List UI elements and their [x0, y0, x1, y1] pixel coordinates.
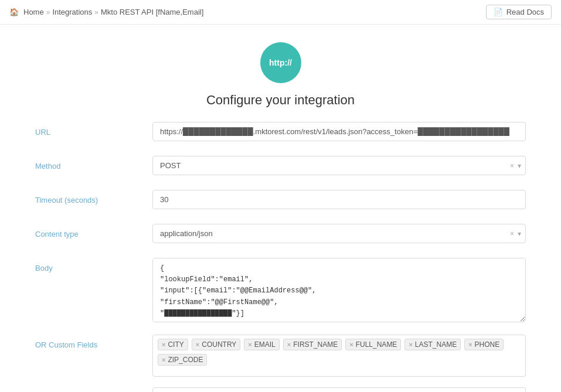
content-type-select[interactable]: application/json application/x-www-form-…: [152, 224, 526, 243]
body-row: Body { "lookupField":"email", "input":[{…: [35, 258, 526, 324]
tag-remove-btn[interactable]: ×: [162, 356, 165, 363]
success-row: Success Patterns: [35, 387, 526, 392]
content-type-chevron-icon: ▾: [518, 230, 521, 238]
list-item: ×CITY: [158, 339, 188, 350]
list-item: ×ZIP_CODE: [158, 354, 207, 366]
chevron-down-icon: ▾: [518, 162, 521, 170]
list-item: ×EMAIL: [244, 339, 279, 350]
read-docs-button[interactable]: 📄 Read Docs: [486, 5, 552, 19]
method-control: POST GET PUT DELETE × ▾: [152, 156, 526, 175]
custom-fields-row: OR Custom Fields ×CITY×COUNTRY×EMAIL×FIR…: [35, 335, 526, 377]
body-textarea[interactable]: { "lookupField":"email", "input":[{"emai…: [152, 258, 526, 322]
body-control: { "lookupField":"email", "input":[{"emai…: [152, 258, 526, 324]
read-docs-label: Read Docs: [506, 8, 544, 16]
list-item: ×FIRST_NAME: [283, 339, 342, 350]
method-row: Method POST GET PUT DELETE × ▾: [35, 156, 526, 179]
topbar: 🏠 Home » Integrations » Mkto REST API [f…: [0, 0, 561, 25]
url-control: [152, 122, 526, 141]
custom-fields-control: ×CITY×COUNTRY×EMAIL×FIRST_NAME×FULL_NAME…: [152, 335, 526, 377]
breadcrumb-home[interactable]: Home: [23, 8, 44, 16]
list-item: ×COUNTRY: [192, 339, 241, 350]
main-content: http:// Configure your integration URL M…: [0, 25, 561, 392]
url-row: URL: [35, 122, 526, 145]
method-clear-btn[interactable]: ×: [510, 162, 514, 170]
success-control: [152, 387, 526, 392]
content-type-clear-btn[interactable]: ×: [510, 230, 514, 238]
timeout-control: [152, 190, 526, 209]
timeout-label: Timeout (seconds): [35, 190, 152, 204]
tags-field[interactable]: ×CITY×COUNTRY×EMAIL×FIRST_NAME×FULL_NAME…: [152, 335, 526, 377]
page-title: Configure your integration: [206, 93, 355, 108]
tag-remove-btn[interactable]: ×: [248, 341, 251, 348]
breadcrumb: 🏠 Home » Integrations » Mkto REST API [f…: [9, 8, 203, 16]
book-icon: 📄: [494, 8, 503, 16]
url-label: URL: [35, 122, 152, 137]
tag-remove-btn[interactable]: ×: [196, 341, 199, 348]
custom-fields-label: OR Custom Fields: [35, 335, 152, 349]
breadcrumb-integrations[interactable]: Integrations: [52, 8, 92, 16]
success-label: Success Patterns: [35, 387, 152, 392]
method-label: Method: [35, 156, 152, 171]
breadcrumb-current: Mkto REST API [fName,Email]: [101, 8, 203, 16]
tag-remove-btn[interactable]: ×: [349, 341, 353, 348]
body-label: Body: [35, 258, 152, 272]
tag-remove-btn[interactable]: ×: [409, 341, 412, 348]
list-item: ×FULL_NAME: [345, 339, 401, 350]
content-type-label: Content type: [35, 224, 152, 238]
content-type-control: application/json application/x-www-form-…: [152, 224, 526, 243]
tag-remove-btn[interactable]: ×: [468, 341, 472, 348]
content-type-row: Content type application/json applicatio…: [35, 224, 526, 247]
timeout-input[interactable]: [152, 190, 526, 209]
tag-remove-btn[interactable]: ×: [162, 341, 165, 348]
header-section: http:// Configure your integration: [35, 42, 526, 108]
home-icon: 🏠: [9, 8, 19, 16]
breadcrumb-sep2: »: [94, 8, 98, 16]
success-input[interactable]: [152, 387, 526, 392]
content-type-select-controls: × ▾: [510, 230, 521, 238]
http-badge: http://: [260, 42, 301, 83]
method-select[interactable]: POST GET PUT DELETE: [152, 156, 526, 175]
select-controls: × ▾: [510, 162, 521, 170]
list-item: ×PHONE: [464, 339, 504, 350]
timeout-row: Timeout (seconds): [35, 190, 526, 213]
url-input[interactable]: [152, 122, 526, 141]
tag-remove-btn[interactable]: ×: [287, 341, 291, 348]
breadcrumb-sep1: »: [46, 8, 50, 16]
list-item: ×LAST_NAME: [404, 339, 461, 350]
form-section: URL Method POST GET PUT DELETE × ▾: [35, 122, 526, 392]
